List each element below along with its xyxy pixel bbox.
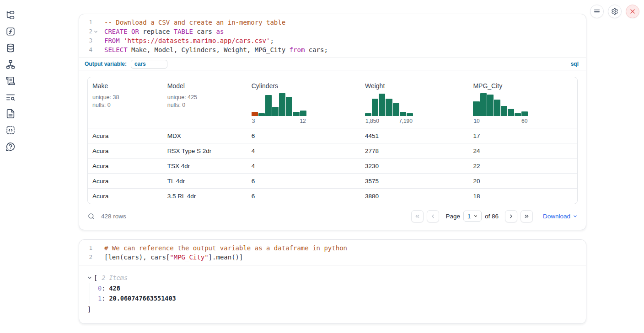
histogram-bar[interactable] xyxy=(286,97,292,116)
download-button[interactable]: Download xyxy=(543,213,578,220)
snippets-icon[interactable] xyxy=(5,125,16,135)
column-stat: unique: 425 xyxy=(167,94,242,101)
table-cell: TL 4dr xyxy=(163,174,247,189)
histogram-axis-labels: 1,8507,190 xyxy=(365,118,413,124)
datasources-icon[interactable] xyxy=(5,42,16,53)
histogram-bar[interactable] xyxy=(279,93,285,116)
tree-entry-value: 428 xyxy=(109,285,120,292)
line-number-text: 4 xyxy=(89,45,92,54)
shutdown-x-icon[interactable] xyxy=(626,5,639,18)
help-icon[interactable] xyxy=(5,141,16,152)
sql-code-editor[interactable]: 1-- Download a CSV and create an in-memo… xyxy=(79,14,586,58)
code-token: CREATE xyxy=(104,28,128,35)
histogram-bar[interactable] xyxy=(258,113,265,116)
histogram-bar[interactable] xyxy=(300,111,306,116)
histogram-bar[interactable] xyxy=(521,111,528,116)
histogram-bar[interactable] xyxy=(393,103,399,116)
column-stat: nulls: 0 xyxy=(92,101,158,109)
line-number: 4 xyxy=(79,45,99,54)
table-cell: Acura xyxy=(88,189,163,204)
helper-functions-icon[interactable] xyxy=(5,26,16,37)
table-cell: 3.5 RL 4dr xyxy=(163,189,247,204)
table-cell: Acura xyxy=(88,143,163,159)
table-row: AcuraRSX Type S 2dr4277824 xyxy=(88,143,577,159)
histogram-bar[interactable] xyxy=(515,113,521,116)
code-tokens: -- Download a CSV and create an in-memor… xyxy=(99,18,285,27)
histogram-bar[interactable] xyxy=(365,113,371,116)
column-stat: nulls: 0 xyxy=(167,101,242,109)
histogram-bars xyxy=(252,92,306,116)
settings-gear-icon[interactable] xyxy=(608,5,622,18)
last-page-button[interactable] xyxy=(521,210,533,222)
tree-root-row: [ 2 Items xyxy=(87,273,579,282)
column-histogram: 1,8507,190 xyxy=(365,92,413,124)
histogram-bar[interactable] xyxy=(372,99,378,116)
histogram-bar[interactable] xyxy=(400,112,406,116)
code-token: cars xyxy=(193,28,216,35)
page-select[interactable]: 1 xyxy=(463,211,482,222)
scratchpad-icon[interactable] xyxy=(5,75,16,86)
histogram-bar[interactable] xyxy=(480,93,487,116)
histogram-bar[interactable] xyxy=(272,107,279,116)
line-number: 1 xyxy=(79,243,99,253)
collapse-chevron-icon[interactable] xyxy=(87,275,93,280)
column-title: Make xyxy=(92,82,158,90)
items-count-label: 2 Items xyxy=(102,273,128,282)
table-cell: 4451 xyxy=(360,128,468,143)
code-line: 2[len(cars), cars["MPG_City"].mean()] xyxy=(79,253,586,262)
column-header[interactable]: MPG_City1060 xyxy=(468,77,577,128)
code-token xyxy=(120,37,123,44)
menu-icon[interactable] xyxy=(590,5,604,18)
sql-cell: 1-- Download a CSV and create an in-memo… xyxy=(79,14,586,230)
chevron-down-icon xyxy=(573,214,578,219)
code-line: 1# We can reference the output variable … xyxy=(79,243,586,253)
histogram-bar[interactable] xyxy=(252,112,258,116)
histogram-bar[interactable] xyxy=(293,112,299,116)
python-code-editor[interactable]: 1# We can reference the output variable … xyxy=(79,240,586,265)
histogram-bar[interactable] xyxy=(501,106,507,116)
code-token: cars; xyxy=(305,46,328,53)
prev-page-button[interactable] xyxy=(427,210,439,222)
histogram-bar[interactable] xyxy=(407,113,413,116)
fold-chevron-icon[interactable] xyxy=(92,30,99,34)
table-cell: 6 xyxy=(247,189,360,204)
table-cell: 4 xyxy=(247,159,360,174)
histogram-bar[interactable] xyxy=(379,94,385,116)
file-explorer-icon[interactable] xyxy=(5,10,16,20)
next-page-button[interactable] xyxy=(505,210,517,222)
dependency-graph-icon[interactable] xyxy=(5,59,16,69)
sidebar xyxy=(0,0,21,152)
column-header[interactable]: Cylinders312 xyxy=(247,77,360,128)
first-page-button[interactable] xyxy=(411,210,424,222)
histogram-bar[interactable] xyxy=(473,101,479,116)
search-icon[interactable] xyxy=(87,212,95,220)
table-cell: 4 xyxy=(247,143,360,159)
column-header[interactable]: Modelunique: 425nulls: 0 xyxy=(163,77,247,128)
histogram-bar[interactable] xyxy=(508,109,514,116)
column-histogram: 312 xyxy=(252,92,306,124)
tree-entry-value: 20.060747663551403 xyxy=(109,295,176,302)
code-token: from xyxy=(290,46,305,53)
histogram-bar[interactable] xyxy=(487,95,494,116)
histogram-bar[interactable] xyxy=(386,99,392,116)
logs-search-icon[interactable] xyxy=(5,92,16,102)
documentation-icon[interactable] xyxy=(5,108,16,119)
table-cell: TSX 4dr xyxy=(163,159,247,174)
code-tokens: # We can reference the output variable a… xyxy=(99,243,347,253)
histogram-bar[interactable] xyxy=(265,95,272,116)
table-cell: Acura xyxy=(88,174,163,189)
column-stats: unique: 38nulls: 0 xyxy=(92,94,158,109)
column-header[interactable]: Weight1,8507,190 xyxy=(360,77,468,128)
pagination: Page 1 of 86 Download xyxy=(411,210,578,222)
output-variable-input[interactable] xyxy=(131,60,167,69)
line-number-text: 2 xyxy=(89,253,92,262)
table-cell: 20 xyxy=(468,174,577,189)
code-line: 2CREATE OR replace TABLE cars as xyxy=(79,27,586,36)
histogram-bar[interactable] xyxy=(494,100,500,116)
code-token: "MPG_City" xyxy=(170,254,208,261)
histogram-axis-labels: 1060 xyxy=(473,118,528,124)
page-label: Page xyxy=(445,213,460,220)
page-select-value: 1 xyxy=(467,213,471,220)
close-bracket: ] xyxy=(87,305,579,314)
column-header[interactable]: Makeunique: 38nulls: 0 xyxy=(88,77,163,128)
